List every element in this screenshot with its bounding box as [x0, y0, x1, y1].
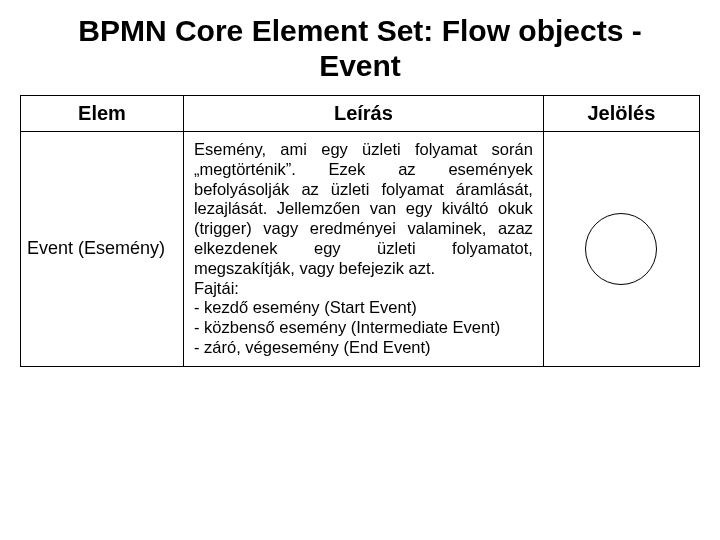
desc-type-item: - közbenső esemény (Intermediate Event): [194, 318, 533, 338]
slide-title: BPMN Core Element Set: Flow objects - Ev…: [60, 14, 660, 83]
desc-types-label: Fajtái:: [194, 279, 533, 299]
event-circle-icon: [585, 213, 657, 285]
cell-symbol: [543, 132, 699, 367]
table-row: Event (Esemény) Esemény, ami egy üzleti …: [21, 132, 700, 367]
table-header-row: Elem Leírás Jelölés: [21, 96, 700, 132]
desc-paragraph: Esemény, ami egy üzleti folyamat során „…: [194, 140, 533, 279]
header-sym: Jelölés: [543, 96, 699, 132]
content-table: Elem Leírás Jelölés Event (Esemény) Esem…: [20, 95, 700, 367]
header-elem: Elem: [21, 96, 184, 132]
desc-type-item: - záró, végesemény (End Event): [194, 338, 533, 358]
desc-type-item: - kezdő esemény (Start Event): [194, 298, 533, 318]
header-desc: Leírás: [183, 96, 543, 132]
cell-elem: Event (Esemény): [21, 132, 184, 367]
cell-desc: Esemény, ami egy üzleti folyamat során „…: [183, 132, 543, 367]
